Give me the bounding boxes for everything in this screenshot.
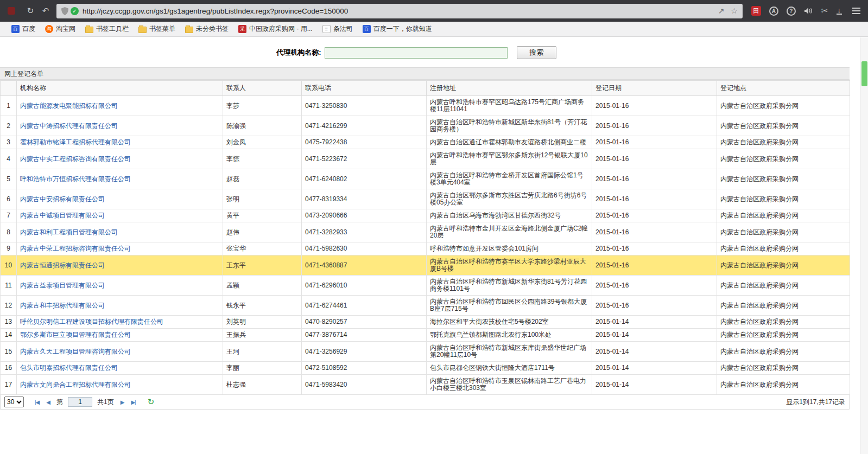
extension-red-icon[interactable]: 田 (751, 6, 761, 16)
column-header[interactable]: 联系电话 (302, 81, 427, 96)
url-bar[interactable]: ✓ http://jczy.ccgp.gov.cn/gs1/gs1agentre… (56, 4, 743, 18)
contact-phone: 0471-4360887 (302, 255, 427, 276)
row-number: 15 (1, 342, 17, 362)
contact-name: 王东平 (223, 255, 302, 276)
registration-date: 2015-01-14 (592, 342, 717, 362)
row-number: 2 (1, 116, 17, 136)
speaker-icon[interactable] (804, 7, 813, 15)
registered-address: 内蒙古自治区呼和浩特市回民区公园南路39号银都大厦B座7层715号 (427, 296, 592, 316)
agency-name-link[interactable]: 内蒙古能源发电聚能招标有限公司 (20, 102, 118, 110)
bookmark-item[interactable]: 书签工具栏 (80, 23, 134, 35)
contact-phone: 0472-5108592 (302, 362, 427, 375)
bookmark-item[interactable]: 未分类书签 (180, 23, 233, 35)
bookmark-item[interactable]: 采中国政府采购网 - 用... (233, 23, 318, 35)
table-row: 14鄂尔多斯市巨立项目管理有限责任公司王振兵0477-3876714鄂托克旗乌兰… (1, 329, 850, 342)
bookmark-item[interactable]: 百百度 (7, 23, 40, 35)
agency-name-link[interactable]: 霍林郭勒市铭泽工程招标代理有限公司 (20, 138, 131, 146)
bookmark-label: 书签工具栏 (96, 24, 129, 34)
agency-name-input[interactable] (325, 47, 508, 59)
agency-name-link[interactable]: 内蒙古益泰项目管理有限公司 (20, 282, 105, 289)
agency-name-link[interactable]: 内蒙古文尚鼎合工程招标代理有限公司 (20, 381, 131, 388)
registered-address: 内蒙古自治区鄂尔多斯市东胜区吉劳庆北路6号街坊6号楼05办公室 (427, 189, 592, 209)
pager-refresh-icon[interactable]: ↻ (148, 397, 155, 407)
row-number: 5 (1, 169, 17, 189)
contact-name: 陈渝强 (223, 116, 302, 136)
agency-name-link[interactable]: 内蒙古和丰招标代理有限公司 (20, 302, 105, 309)
contact-phone: 0471-3256929 (302, 342, 427, 362)
column-header[interactable]: 登记日期 (592, 81, 717, 96)
table-row: 5呼和浩特市万恒招标代理有限责任公司赵磊0471-6240802内蒙古自治区呼和… (1, 169, 850, 189)
registration-site: 内蒙古自治区政府采购分网 (717, 209, 850, 222)
refresh-icon[interactable]: ↻ (23, 6, 38, 16)
agency-name-link[interactable]: 内蒙古中实工程招标咨询有限责任公司 (20, 155, 131, 163)
url-text[interactable]: http://jczy.ccgp.gov.cn/gs1/gs1agentreg/… (83, 7, 714, 15)
registered-address: 海拉尔区和平大街农技校住宅5号楼202室 (427, 316, 592, 329)
scrollbar[interactable] (860, 37, 868, 454)
contact-name: 李莎 (223, 96, 302, 116)
agency-name-link[interactable]: 内蒙古和利工程项目管理有限公司 (20, 228, 118, 236)
scrollbar-thumb[interactable] (861, 61, 867, 86)
last-page-button[interactable]: ▶| (129, 399, 137, 405)
extension-a-icon[interactable]: A (769, 7, 778, 16)
scissors-icon[interactable]: ✂ (821, 6, 828, 16)
prev-page-button[interactable]: ◀ (45, 399, 52, 405)
column-header[interactable]: 注册地址 (427, 81, 592, 96)
column-header[interactable]: 机构名称 (17, 81, 223, 96)
share-icon[interactable]: ↗ (718, 7, 725, 15)
download-icon[interactable]: ↓ (837, 7, 842, 15)
registration-date: 2015-01-16 (592, 96, 717, 116)
bookmark-item[interactable]: ≡条法司 (318, 23, 358, 35)
help-icon[interactable]: ? (787, 7, 796, 16)
bookmark-star-icon[interactable]: ☆ (731, 7, 738, 15)
agency-name-cell: 内蒙古中诚项目管理有限公司 (17, 209, 223, 222)
agency-name-link[interactable]: 呼和浩特市万恒招标代理有限责任公司 (20, 175, 131, 183)
registration-site: 内蒙古自治区政府采购分网 (717, 189, 850, 209)
search-button[interactable]: 搜索 (517, 46, 556, 59)
page-number-input[interactable] (68, 397, 92, 407)
bookmark-item[interactable]: 淘淘宝网 (40, 23, 80, 35)
contact-phone: 0477-3876714 (302, 329, 427, 342)
contact-name: 张明 (223, 189, 302, 209)
agency-name-link[interactable]: 内蒙古恒通招标有限责任公司 (20, 261, 105, 269)
toolbar-extensions: 田 A ? ✂ ↓ (751, 6, 863, 16)
contact-name: 张宝华 (223, 242, 302, 255)
agency-name-link[interactable]: 内蒙古中安招标有限责任公司 (20, 195, 105, 203)
contact-name: 钱永平 (223, 296, 302, 316)
contact-phone: 0471-6274461 (302, 296, 427, 316)
contact-phone: 0477-8319334 (302, 189, 427, 209)
agency-name-link[interactable]: 内蒙古中涛招标代理有限责任公司 (20, 122, 118, 130)
registration-date: 2015-01-16 (592, 136, 717, 149)
contact-name: 刘金凤 (223, 136, 302, 149)
registered-address: 包头市昆都仑区钢铁大街恒隆大酒店1711号 (427, 362, 592, 375)
page-size-select[interactable]: 30 (4, 397, 24, 407)
page-label-suffix: 共1页 (97, 398, 114, 407)
column-header[interactable]: 联系人 (223, 81, 302, 96)
agency-name-link[interactable]: 内蒙古久天工程项目管理咨询有限公司 (20, 348, 131, 355)
registration-date: 2015-01-16 (592, 169, 717, 189)
bookmark-item[interactable]: 百百度一下，你就知道 (358, 23, 437, 35)
ccgp-icon: 采 (238, 25, 246, 33)
bookmark-label: 书签菜单 (149, 24, 175, 34)
shield-icon (61, 7, 68, 15)
first-page-button[interactable]: |◀ (33, 399, 41, 405)
column-header[interactable]: 登记地点 (717, 81, 850, 96)
window-badge-icon[interactable] (8, 7, 15, 15)
registration-date: 2015-01-16 (592, 296, 717, 316)
bookmark-item[interactable]: 书签菜单 (134, 23, 180, 35)
contact-phone: 0471-3282933 (302, 222, 427, 242)
agency-name-link[interactable]: 鄂尔多斯市巨立项目管理有限责任公司 (20, 331, 131, 338)
back-icon[interactable]: ↶ (38, 6, 53, 16)
agency-name-link[interactable]: 包头市明泰招标代理有限责任公司 (20, 364, 118, 372)
menu-icon[interactable] (852, 10, 860, 11)
browser-window: ↻ ↶ ✓ http://jczy.ccgp.gov.cn/gs1/gs1age… (0, 0, 868, 454)
contact-phone: 0470-8290257 (302, 316, 427, 329)
bookmark-label: 淘宝网 (56, 24, 75, 34)
agency-name-link[interactable]: 内蒙古中诚项目管理有限公司 (20, 212, 105, 219)
agency-name-link[interactable]: 内蒙古中荣工程招标咨询有限责任公司 (20, 245, 131, 252)
registered-address: 鄂托克旗乌兰镇都斯图路北农行东100米处 (427, 329, 592, 342)
next-page-button[interactable]: ▶ (119, 399, 126, 405)
row-number: 14 (1, 329, 17, 342)
row-number: 13 (1, 316, 17, 329)
agency-name-link[interactable]: 呼伦贝尔明信工程建设项目招标代理有限责任公司 (20, 318, 163, 325)
row-number: 3 (1, 136, 17, 149)
